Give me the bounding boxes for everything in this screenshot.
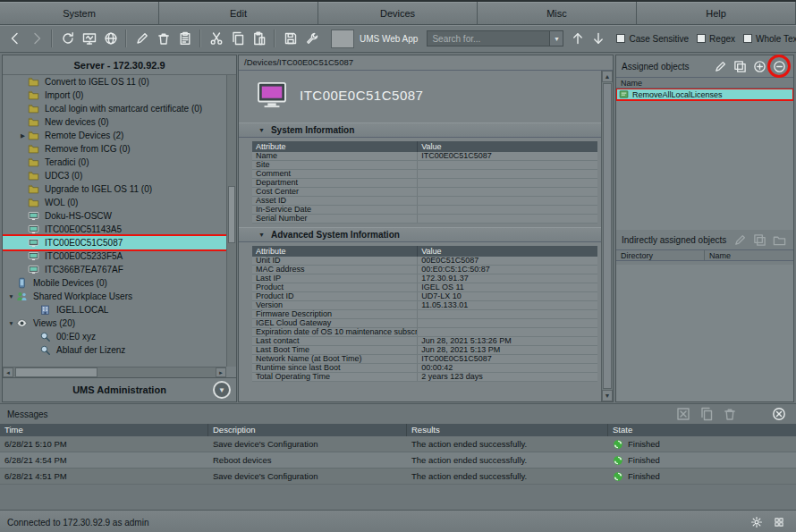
refresh-button[interactable] <box>57 29 78 49</box>
scroll-down-icon[interactable]: ▼ <box>602 390 613 401</box>
tree-item-mobile-devices-0[interactable]: Mobile Devices (0) <box>3 276 226 290</box>
attribute-row-unit-id[interactable]: Unit ID00E0C51C5087 <box>252 257 597 266</box>
delete-message-button[interactable] <box>719 404 740 425</box>
copy-message-button[interactable] <box>696 404 716 425</box>
tree-item-new-devices-0[interactable]: New devices (0) <box>3 115 226 129</box>
detail-vertical-scrollbar[interactable]: ▲ ▼ <box>601 71 613 401</box>
attribute-row-product-id[interactable]: Product IDUD7-LX 10 <box>252 292 597 301</box>
search-input[interactable] <box>427 30 550 46</box>
attribute-row-serial-number[interactable]: Serial Number <box>252 215 597 224</box>
copy-assigned-button[interactable] <box>732 58 749 75</box>
settings-gear-button[interactable] <box>746 512 766 532</box>
attribute-row-last-boot-time[interactable]: Last Boot TimeJun 28, 2021 5:13 PM <box>252 346 597 355</box>
add-assigned-object-button[interactable] <box>751 58 768 75</box>
tree-item-00-e0-xyz[interactable]: 00:E0 xyz <box>3 330 226 343</box>
tree-item-udc3-0[interactable]: UDC3 (0) <box>3 169 226 182</box>
attribute-row-igel-cloud-gateway[interactable]: IGEL Cloud Gateway <box>252 319 597 328</box>
edit-button[interactable] <box>131 29 152 49</box>
whole-text-checkbox[interactable]: Whole Text <box>743 34 796 44</box>
scrollbar-thumb[interactable] <box>228 186 235 243</box>
jobs-button[interactable] <box>174 29 195 49</box>
menu-edit[interactable]: Edit <box>159 2 318 25</box>
attribute-row-expiration-date-of-os-10-maintenance-subscri[interactable]: Expiration date of OS 10 maintenance sub… <box>252 328 597 337</box>
copy-button[interactable] <box>227 29 248 49</box>
section-header-system-information[interactable]: ▼System Information <box>239 122 601 138</box>
checkbox-icon[interactable] <box>616 34 625 43</box>
tree-item-import-0[interactable]: Import (0) <box>3 89 226 102</box>
attribute-row-last-contact[interactable]: Last contactJun 28, 2021 5:13:26 PM <box>252 337 597 346</box>
attribute-row-last-ip[interactable]: Last IP172.30.91.37 <box>252 274 597 283</box>
message-row[interactable]: 6/28/21 4:54 PMReboot devicesThe action … <box>0 452 796 469</box>
tree-item-itc00e0c51c5087[interactable]: ITC00E0C51C5087 <box>3 236 226 249</box>
attribute-row-runtime-since-last-boot[interactable]: Runtime since last Boot00:00:42 <box>252 364 597 373</box>
tree-item-itc00e0c5233f5a[interactable]: ITC00E0C5233F5A <box>3 249 226 263</box>
tools-button[interactable] <box>301 29 322 49</box>
edit-assigned-button[interactable] <box>712 58 729 75</box>
checkbox-icon[interactable] <box>743 34 752 43</box>
attribute-row-site[interactable]: Site <box>252 161 597 170</box>
collapse-triangle-icon[interactable]: ▼ <box>258 127 265 133</box>
message-row[interactable]: 6/28/21 5:10 PMSave device's Configurati… <box>0 436 796 452</box>
scroll-right-icon[interactable]: ► <box>216 367 226 377</box>
case-sensitive-checkbox[interactable]: Case Sensitive <box>616 34 689 44</box>
section-header-advanced-system-information[interactable]: ▼Advanced System Information <box>239 227 601 242</box>
menu-devices[interactable]: Devices <box>318 2 478 25</box>
tree-item-itc00e0c51143a5[interactable]: ITC00E0C51143A5 <box>3 223 226 236</box>
attribute-row-network-name-at-boot-time[interactable]: Network Name (at Boot Time)ITC00E0C51C50… <box>252 355 597 364</box>
menu-misc[interactable]: Misc <box>478 2 637 25</box>
assigned-object-row[interactable]: RemoveAllLocalLicenses <box>616 89 793 100</box>
scrollbar-thumb[interactable] <box>603 83 612 389</box>
back-button[interactable] <box>4 29 25 49</box>
message-row[interactable]: 6/28/21 4:51 PMSave device's Configurati… <box>0 469 796 485</box>
tree-item-convert-to-igel-os-11-0[interactable]: Convert to IGEL OS 11 (0) <box>3 75 226 89</box>
attribute-row-firmware-description[interactable]: Firmware Description <box>252 310 597 319</box>
regex-checkbox[interactable]: Regex <box>697 34 735 44</box>
tree-vertical-scrollbar[interactable] <box>226 75 236 367</box>
cut-button[interactable] <box>206 29 226 49</box>
copy-indirect-button[interactable] <box>751 232 768 249</box>
find-previous-button[interactable] <box>567 29 588 49</box>
open-folder-button[interactable] <box>771 232 788 249</box>
attribute-row-name[interactable]: NameITC00E0C51C5087 <box>252 152 597 161</box>
search-dropdown-icon[interactable]: ▼ <box>550 30 563 46</box>
attribute-row-product[interactable]: ProductIGEL OS 11 <box>252 283 597 292</box>
attribute-row-in-service-date[interactable]: In-Service Date <box>252 206 597 215</box>
attribute-row-version[interactable]: Version11.05.133.01 <box>252 301 597 310</box>
expander-expanded-icon[interactable]: ▼ <box>6 293 16 300</box>
scan-devices-button[interactable] <box>79 29 99 49</box>
tree-item-shared-workplace-users[interactable]: ▼Shared Workplace Users <box>3 290 226 303</box>
tree-item-wol-0[interactable]: WOL (0) <box>3 196 226 209</box>
tree-item-upgrade-to-igel-os-11-0[interactable]: Upgrade to IGEL OS 11 (0) <box>3 182 226 196</box>
attribute-row-mac-address[interactable]: MAC address00:E0:C5:1C:50:87 <box>252 266 597 274</box>
tree-item-views-20[interactable]: ▼Views (20) <box>3 317 226 330</box>
clear-message-button[interactable] <box>673 404 693 425</box>
attribute-row-comment[interactable]: Comment <box>252 170 597 179</box>
edit-indirect-button[interactable] <box>732 232 749 249</box>
tree-item-itc366b7ea767af[interactable]: ITC366B7EA767AF <box>3 263 226 276</box>
tree-item-remove-from-icg-0[interactable]: Remove from ICG (0) <box>3 142 226 156</box>
tree-item-local-login-with-smartcard-certificate-0[interactable]: Local login with smartcard certificate (… <box>3 102 226 115</box>
tree-horizontal-scrollbar[interactable]: ◄ ► <box>3 367 226 377</box>
network-button[interactable] <box>100 29 121 49</box>
expand-administration-icon[interactable]: ▼ <box>213 381 231 399</box>
close-messages-button[interactable] <box>768 404 789 425</box>
scroll-up-icon[interactable]: ▲ <box>602 71 613 82</box>
scroll-left-icon[interactable]: ◄ <box>3 367 13 377</box>
expander-expanded-icon[interactable]: ▼ <box>6 320 16 326</box>
attribute-row-cost-center[interactable]: Cost Center <box>252 188 597 197</box>
collapse-triangle-icon[interactable]: ▼ <box>258 232 265 238</box>
tree-item-teradici-0[interactable]: Teradici (0) <box>3 156 226 169</box>
tree-item-remote-devices-2[interactable]: ▶Remote Devices (2) <box>3 129 226 142</box>
forward-button[interactable] <box>26 29 47 49</box>
scrollbar-thumb[interactable] <box>15 367 97 377</box>
expander-collapsed-icon[interactable]: ▶ <box>18 132 28 139</box>
save-button[interactable] <box>280 29 301 49</box>
tree-item-doku-hs-oscw[interactable]: Doku-HS-OSCW <box>3 209 226 223</box>
remove-assigned-object-button[interactable] <box>771 58 788 75</box>
checkbox-icon[interactable] <box>697 34 706 43</box>
find-next-button[interactable] <box>588 29 608 49</box>
delete-button[interactable] <box>153 29 174 49</box>
tree-item-ablauf-der-lizenz[interactable]: Ablauf der Lizenz <box>3 343 226 357</box>
attribute-row-total-operating-time[interactable]: Total Operating Time2 years 123 days <box>252 373 597 382</box>
tree-item-igel-local[interactable]: IGEL.LOCAL <box>3 303 226 317</box>
